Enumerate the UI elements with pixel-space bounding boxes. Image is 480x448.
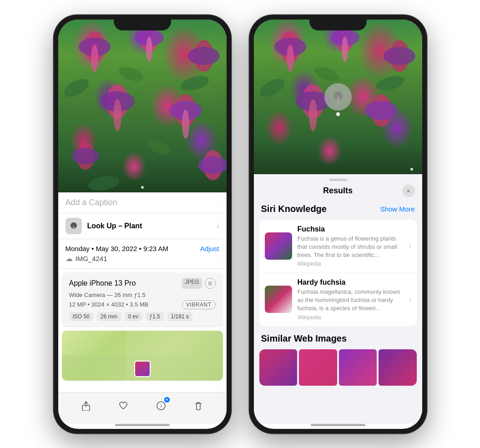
bottom-toolbar: i ✦ bbox=[58, 392, 227, 424]
show-more-button[interactable]: Show More bbox=[380, 205, 415, 213]
map-thumbnail bbox=[134, 361, 151, 377]
hardy-fuchsia-text: Hardy fuchsia Fuchsia magellanica, commo… bbox=[298, 278, 404, 321]
exif-ev: 0 ev bbox=[125, 312, 142, 321]
hardy-fuchsia-name: Hardy fuchsia bbox=[298, 278, 404, 287]
siri-dot bbox=[336, 112, 340, 116]
svg-point-20 bbox=[179, 73, 210, 93]
svg-point-19 bbox=[117, 64, 145, 84]
similar-header: Similar Web Images bbox=[259, 332, 417, 346]
siri-knowledge-title: Siri Knowledge bbox=[261, 204, 327, 214]
vibrant-badge: VIBRANT bbox=[182, 300, 216, 309]
info-badge: ✦ bbox=[164, 397, 170, 403]
map-preview[interactable] bbox=[62, 331, 223, 381]
flower-photo[interactable] bbox=[58, 20, 227, 192]
left-phone-screen: Add a Caption Look Up – Plant › bbox=[58, 20, 227, 429]
right-page-dot bbox=[410, 168, 413, 171]
filename-row: ☁ IMG_4241 bbox=[66, 254, 219, 263]
svg-point-15 bbox=[72, 148, 99, 164]
close-button[interactable]: × bbox=[402, 185, 415, 197]
photo-date: Monday • May 30, 2022 • 9:23 AM bbox=[66, 245, 168, 252]
lookup-row[interactable]: Look Up – Plant › bbox=[58, 213, 227, 239]
photo-info-scroll[interactable]: Add a Caption Look Up – Plant › bbox=[58, 192, 227, 392]
svg-point-7 bbox=[188, 47, 220, 65]
caption-placeholder[interactable]: Add a Caption bbox=[66, 198, 117, 207]
exif-aperture: ƒ1.5 bbox=[146, 312, 163, 321]
svg-point-42 bbox=[309, 99, 317, 131]
svg-point-37 bbox=[342, 36, 348, 62]
right-volume-down-button[interactable] bbox=[249, 108, 250, 131]
siri-knowledge-card: Fuchsia Fuchsia is a genus of flowering … bbox=[259, 220, 417, 326]
siri-knowledge-header: Siri Knowledge Show More bbox=[259, 202, 417, 216]
siri-leaf-icon bbox=[331, 90, 345, 104]
right-home-indicator bbox=[311, 424, 365, 426]
favorite-button[interactable] bbox=[115, 398, 131, 414]
svg-point-22 bbox=[86, 174, 120, 192]
results-title: Results bbox=[323, 186, 353, 196]
silent-switch bbox=[54, 60, 54, 74]
settings-circle-badge: ◎ bbox=[205, 278, 216, 289]
fuchsia-chevron: › bbox=[409, 242, 411, 250]
right-volume-up-button[interactable] bbox=[249, 79, 250, 101]
share-icon bbox=[81, 401, 91, 411]
svg-point-13 bbox=[182, 110, 189, 139]
right-phone: Results × Siri Knowledge Show More bbox=[249, 15, 427, 433]
results-scroll[interactable]: Siri Knowledge Show More Fuchsia Fuchsia… bbox=[254, 202, 422, 424]
page-dot bbox=[141, 186, 144, 189]
leaf-icon bbox=[69, 221, 78, 231]
volume-down-button[interactable] bbox=[54, 108, 54, 131]
camera-info: Wide Camera — 26 mm ƒ1.5 bbox=[69, 292, 216, 298]
result-item-fuchsia[interactable]: Fuchsia Fuchsia is a genus of flowering … bbox=[259, 220, 417, 273]
siri-visual-indicator bbox=[324, 83, 352, 111]
svg-point-34 bbox=[287, 45, 294, 72]
svg-text:i: i bbox=[161, 403, 162, 408]
phones-container: Add a Caption Look Up – Plant › bbox=[0, 0, 480, 448]
lookup-label: Look Up – Plant bbox=[87, 222, 142, 230]
home-indicator bbox=[115, 424, 170, 426]
svg-point-46 bbox=[313, 64, 341, 84]
similar-image-2[interactable] bbox=[299, 349, 337, 386]
lookup-chevron: › bbox=[217, 222, 219, 230]
similar-image-4[interactable] bbox=[379, 349, 417, 386]
device-section: Apple iPhone 13 Pro JPEG ◎ Wide Camera —… bbox=[62, 272, 223, 327]
delete-button[interactable] bbox=[190, 398, 207, 414]
power-button[interactable] bbox=[231, 88, 231, 120]
filename: IMG_4241 bbox=[76, 255, 107, 262]
exif-focal: 26 mm bbox=[97, 312, 121, 321]
svg-point-18 bbox=[61, 75, 91, 101]
device-name: Apple iPhone 13 Pro bbox=[69, 279, 136, 287]
exif-iso: ISO 50 bbox=[69, 312, 93, 321]
svg-point-47 bbox=[374, 73, 406, 93]
adjust-button[interactable]: Adjust bbox=[200, 245, 219, 252]
format-badge: JPEG bbox=[182, 278, 202, 289]
lookup-icon bbox=[66, 218, 82, 234]
svg-point-2 bbox=[91, 45, 98, 72]
exif-shutter: 1/181 s bbox=[167, 312, 192, 321]
trash-icon bbox=[193, 401, 203, 411]
left-phone: Add a Caption Look Up – Plant › bbox=[54, 15, 231, 433]
right-flower-photo bbox=[254, 20, 422, 174]
similar-image-3[interactable] bbox=[339, 349, 377, 386]
svg-point-44 bbox=[365, 101, 398, 120]
share-button[interactable] bbox=[78, 398, 94, 414]
right-power-button[interactable] bbox=[426, 88, 427, 120]
results-sheet: Results × Siri Knowledge Show More bbox=[254, 174, 422, 424]
svg-point-45 bbox=[257, 75, 287, 101]
sheet-handle bbox=[329, 179, 347, 181]
caption-area[interactable]: Add a Caption bbox=[58, 192, 227, 213]
svg-point-17 bbox=[198, 156, 227, 174]
hardy-fuchsia-source: Wikipedia bbox=[298, 314, 404, 321]
exif-row: ISO 50 26 mm 0 ev ƒ1.5 1/181 s bbox=[69, 312, 216, 321]
hardy-fuchsia-chevron: › bbox=[409, 295, 411, 303]
cloud-icon: ☁ bbox=[66, 254, 73, 263]
hardy-fuchsia-thumbnail bbox=[265, 286, 292, 313]
info-section: Monday • May 30, 2022 • 9:23 AM Adjust ☁… bbox=[58, 239, 227, 269]
volume-up-button[interactable] bbox=[54, 79, 54, 101]
similar-images-row bbox=[259, 349, 417, 386]
info-button[interactable]: i ✦ bbox=[153, 398, 169, 414]
fuchsia-desc: Fuchsia is a genus of flowering plants t… bbox=[298, 235, 404, 260]
similar-image-1[interactable] bbox=[259, 349, 298, 386]
flower-svg bbox=[58, 20, 227, 192]
result-item-hardy-fuchsia[interactable]: Hardy fuchsia Fuchsia magellanica, commo… bbox=[259, 273, 417, 326]
fuchsia-text: Fuchsia Fuchsia is a genus of flowering … bbox=[298, 225, 404, 267]
similar-section: Similar Web Images bbox=[259, 332, 417, 386]
